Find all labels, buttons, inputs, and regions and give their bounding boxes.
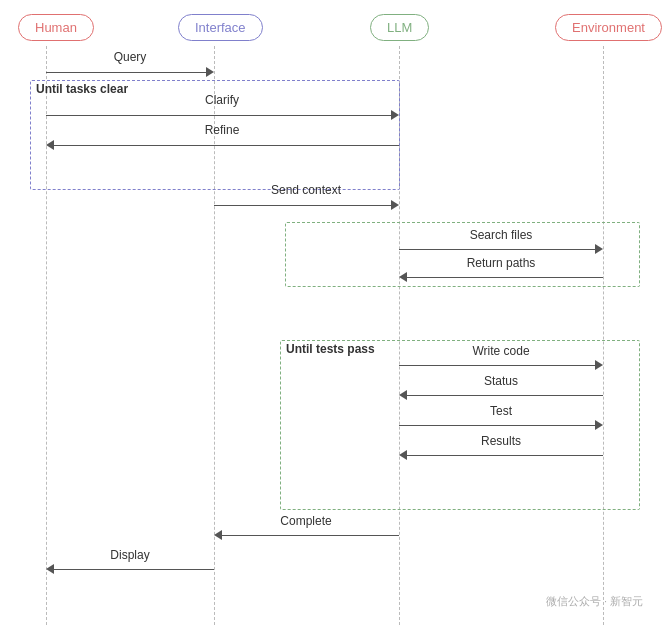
arrow-clarify bbox=[46, 108, 399, 123]
label-test: Test bbox=[490, 404, 512, 418]
arrow-refine bbox=[46, 138, 399, 153]
arrow-test bbox=[399, 418, 603, 433]
label-send-context: Send context bbox=[271, 183, 341, 197]
label-query: Query bbox=[114, 50, 147, 64]
actor-interface: Interface bbox=[178, 14, 263, 41]
label-status: Status bbox=[484, 374, 518, 388]
arrow-write-code bbox=[399, 358, 603, 373]
loop-tasks-label: Until tasks clear bbox=[36, 82, 128, 96]
actor-human-label: Human bbox=[35, 20, 77, 35]
arrow-complete bbox=[214, 528, 399, 543]
actor-llm: LLM bbox=[370, 14, 429, 41]
actor-human: Human bbox=[18, 14, 94, 41]
label-search-files: Search files bbox=[470, 228, 533, 242]
label-clarify: Clarify bbox=[205, 93, 239, 107]
actor-environment-label: Environment bbox=[572, 20, 645, 35]
lifeline-environment bbox=[603, 46, 604, 625]
sequence-diagram: Human Interface LLM Environment Until ta… bbox=[0, 0, 667, 625]
label-write-code: Write code bbox=[472, 344, 529, 358]
actor-environment: Environment bbox=[555, 14, 662, 41]
label-refine: Refine bbox=[205, 123, 240, 137]
arrow-query bbox=[46, 65, 214, 80]
actor-interface-label: Interface bbox=[195, 20, 246, 35]
label-display: Display bbox=[110, 548, 149, 562]
loop-tests-label: Until tests pass bbox=[286, 342, 375, 356]
watermark: 微信公众号 · 新智元 bbox=[546, 594, 643, 609]
arrow-search-files bbox=[399, 242, 603, 257]
label-return-paths: Return paths bbox=[467, 256, 536, 270]
arrow-send-context bbox=[214, 198, 399, 213]
actor-llm-label: LLM bbox=[387, 20, 412, 35]
arrow-display bbox=[46, 562, 214, 577]
arrow-status bbox=[399, 388, 603, 403]
arrow-results bbox=[399, 448, 603, 463]
label-complete: Complete bbox=[280, 514, 331, 528]
label-results: Results bbox=[481, 434, 521, 448]
arrow-return-paths bbox=[399, 270, 603, 285]
